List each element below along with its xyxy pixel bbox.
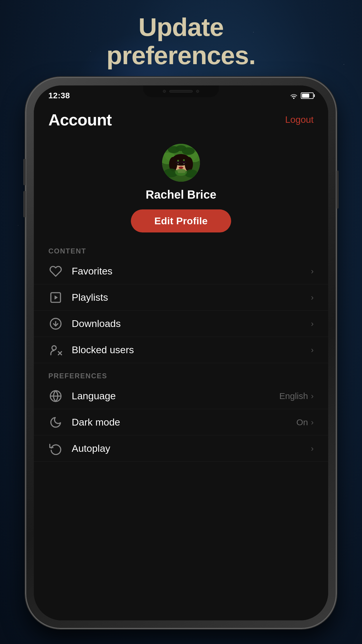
downloads-chevron: ›: [311, 319, 314, 328]
content-section-label: CONTENT: [34, 238, 328, 258]
download-icon: [48, 316, 63, 331]
heart-icon: [48, 264, 63, 279]
svg-point-17: [179, 167, 183, 169]
downloads-menu-item[interactable]: Downloads ›: [34, 311, 328, 337]
volume-up-button: [23, 159, 26, 185]
globe-icon: [48, 389, 63, 403]
svg-point-16: [183, 163, 184, 164]
headline: Update preferences.: [0, 13, 362, 70]
power-button: [336, 171, 339, 209]
svg-point-18: [177, 160, 179, 162]
svg-point-23: [175, 169, 187, 176]
language-menu-item[interactable]: Language English ›: [34, 383, 328, 409]
logout-button[interactable]: Logout: [285, 114, 314, 125]
playlists-menu-item[interactable]: Playlists ›: [34, 284, 328, 311]
language-value: English: [279, 391, 308, 401]
dark-mode-chevron: ›: [311, 418, 314, 427]
status-time: 12:38: [48, 91, 70, 100]
notch-dot-left: [163, 90, 166, 93]
battery-icon: [301, 92, 314, 99]
page-title: Account: [48, 110, 112, 129]
blocked-users-menu-item[interactable]: Blocked users ›: [34, 337, 328, 363]
language-chevron: ›: [311, 391, 314, 401]
svg-point-19: [183, 159, 185, 161]
phone-screen: 12:38 Account Logout: [34, 85, 328, 620]
battery-fill: [302, 94, 309, 98]
playlists-label: Playlists: [72, 292, 311, 303]
phone-frame: 12:38 Account Logout: [26, 77, 336, 629]
moon-icon: [48, 415, 63, 430]
notch-speaker: [169, 90, 193, 92]
language-label: Language: [72, 390, 279, 402]
favorites-label: Favorites: [72, 265, 311, 277]
svg-point-22: [185, 169, 198, 178]
profile-section: Rachel Brice Edit Profile: [34, 135, 328, 238]
blocked-users-chevron: ›: [311, 345, 314, 355]
autoplay-chevron: ›: [311, 444, 314, 453]
autoplay-menu-item[interactable]: Autoplay ›: [34, 435, 328, 462]
wifi-icon: [290, 92, 298, 99]
preferences-section-label: PREFERENCES: [34, 363, 328, 383]
svg-point-28: [52, 346, 56, 350]
svg-marker-25: [55, 295, 58, 300]
dark-mode-menu-item[interactable]: Dark mode On ›: [34, 409, 328, 435]
headline-line2: preferences.: [0, 41, 362, 70]
block-user-icon: [48, 343, 63, 357]
autoplay-icon: [48, 441, 63, 456]
svg-point-12: [185, 157, 193, 172]
downloads-label: Downloads: [72, 318, 311, 329]
avatar[interactable]: [162, 144, 200, 182]
notch-dot-right: [196, 90, 199, 93]
autoplay-label: Autoplay: [72, 443, 311, 454]
edit-profile-button[interactable]: Edit Profile: [131, 209, 231, 232]
avatar-image: [162, 144, 200, 182]
favorites-menu-item[interactable]: Favorites ›: [34, 258, 328, 284]
user-name: Rachel Brice: [146, 188, 216, 201]
volume-down-button: [23, 191, 26, 217]
svg-point-15: [178, 163, 179, 164]
dark-mode-value: On: [296, 417, 308, 427]
favorites-chevron: ›: [311, 267, 314, 276]
app-content: 12:38 Account Logout: [34, 85, 328, 620]
status-icons: [290, 92, 314, 99]
playlists-chevron: ›: [311, 293, 314, 302]
svg-point-7: [176, 145, 186, 151]
dark-mode-label: Dark mode: [72, 416, 296, 428]
notch: [143, 85, 219, 97]
headline-line1: Update: [0, 13, 362, 41]
playlist-icon: [48, 290, 63, 305]
blocked-users-label: Blocked users: [72, 344, 311, 356]
